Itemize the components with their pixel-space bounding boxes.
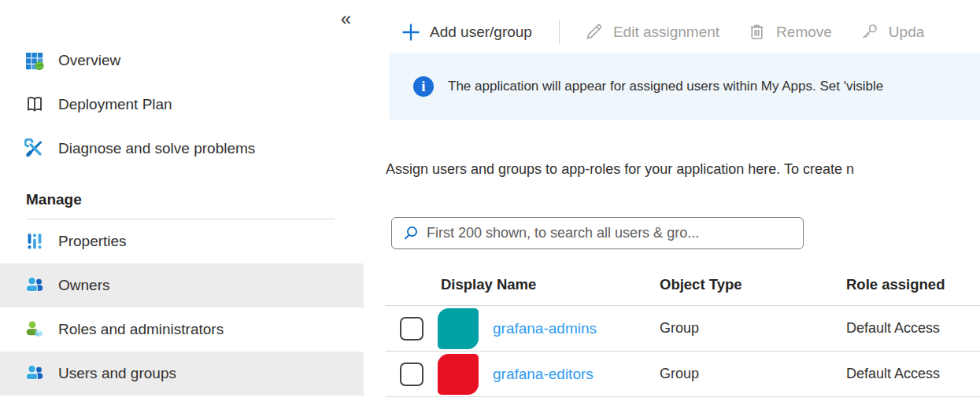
users-groups-table: Display Name Object Type Role assigned g… [386, 263, 980, 397]
edit-assignment-label: Edit assignment [613, 24, 719, 41]
info-icon: i [413, 76, 434, 97]
object-type-cell: Group [660, 366, 846, 382]
sidebar-item-users-and-groups[interactable]: Users and groups [0, 352, 364, 396]
info-banner: i The application will appear for assign… [390, 53, 980, 120]
row-checkbox[interactable] [400, 317, 423, 341]
column-header-role-assigned: Role assigned [846, 276, 980, 293]
update-credentials-label: Upda [889, 24, 924, 41]
group-avatar [438, 308, 479, 349]
sidebar-item-label: Roles and administrators [58, 321, 224, 338]
sidebar: « Overview [0, 0, 364, 405]
sidebar-item-label: Deployment Plan [58, 96, 172, 113]
sidebar-item-properties[interactable]: Properties [0, 219, 364, 263]
sidebar-item-label: Users and groups [58, 365, 176, 382]
grid-globe-icon [24, 50, 45, 72]
sidebar-item-owners[interactable]: Owners [0, 263, 364, 307]
sidebar-item-overview[interactable]: Overview [0, 39, 364, 83]
search-icon [402, 225, 420, 242]
remove-label: Remove [776, 24, 832, 41]
column-header-display-name: Display Name [438, 276, 660, 293]
page-description: Assign users and groups to app-roles for… [386, 160, 980, 179]
pencil-icon [583, 21, 605, 42]
object-type-cell: Group [660, 320, 846, 337]
group-name-link[interactable]: grafana-editors [493, 366, 594, 383]
people-icon [24, 275, 45, 296]
edit-assignment-button[interactable]: Edit assignment [583, 21, 719, 42]
sidebar-item-diagnose[interactable]: Diagnose and solve problems [0, 127, 364, 171]
role-assigned-cell: Default Access [846, 366, 980, 382]
people-icon [24, 363, 45, 385]
row-checkbox[interactable] [400, 363, 423, 386]
update-credentials-button[interactable]: Upda [859, 21, 924, 42]
sidebar-item-label: Diagnose and solve problems [58, 140, 255, 157]
manage-section: Manage [0, 191, 364, 219]
tools-icon [24, 138, 45, 160]
table-header-row: Display Name Object Type Role assigned [386, 263, 980, 306]
manage-section-header: Manage [0, 191, 364, 208]
sidebar-item-label: Owners [58, 277, 109, 294]
search-input[interactable] [427, 225, 803, 241]
key-icon [859, 21, 880, 42]
sidebar-item-label: Properties [58, 233, 127, 250]
sidebar-item-roles-administrators[interactable]: Roles and administrators [0, 307, 364, 352]
search-box[interactable] [391, 217, 804, 249]
group-avatar [438, 354, 479, 395]
role-assigned-cell: Default Access [846, 320, 980, 337]
table-row[interactable]: grafana-editors Group Default Access [386, 352, 980, 397]
plus-icon [400, 21, 421, 42]
add-user-group-button[interactable]: Add user/group [400, 21, 532, 42]
remove-button[interactable]: Remove [746, 21, 832, 42]
toolbar-divider [559, 20, 560, 44]
sidebar-nav: Overview Deployment Plan Diagnose an [0, 0, 364, 396]
column-header-object-type: Object Type [660, 276, 846, 293]
trash-icon [746, 21, 767, 42]
group-name-link[interactable]: grafana-admins [493, 320, 597, 337]
collapse-sidebar-icon[interactable]: « [341, 9, 351, 28]
main-content: Add user/group Edit assignment [386, 0, 980, 405]
table-row[interactable]: grafana-admins Group Default Access [386, 306, 980, 352]
add-user-group-label: Add user/group [430, 24, 532, 41]
sidebar-item-deployment-plan[interactable]: Deployment Plan [0, 83, 364, 127]
role-person-cube-icon [24, 319, 45, 341]
info-banner-text: The application will appear for assigned… [448, 79, 883, 94]
properties-icon [24, 231, 45, 252]
sidebar-item-label: Overview [58, 52, 120, 69]
book-icon [24, 94, 45, 116]
command-bar: Add user/group Edit assignment [386, 0, 980, 53]
